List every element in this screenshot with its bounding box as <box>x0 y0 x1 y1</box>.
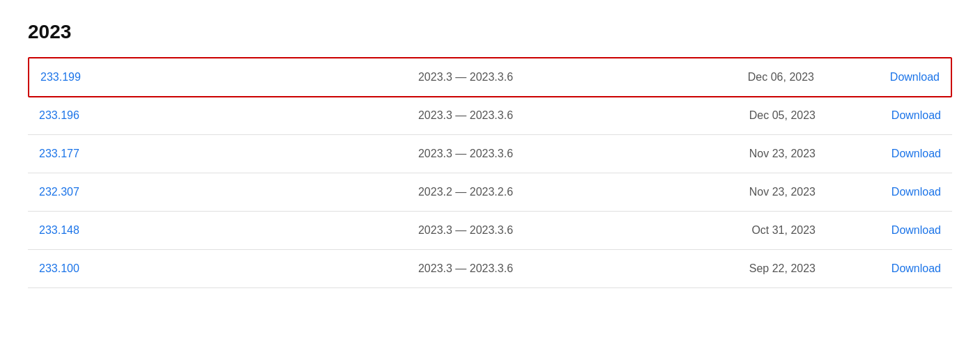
download-button[interactable]: Download <box>891 148 941 159</box>
table-row: 233.148 2023.3 — 2023.3.6 Oct 31, 2023 D… <box>28 212 952 250</box>
version-cell: 233.196 <box>39 109 248 122</box>
date-text: Nov 23, 2023 <box>749 186 816 198</box>
version-cell: 233.148 <box>39 224 248 237</box>
range-cell: 2023.2 — 2023.2.6 <box>248 186 683 198</box>
version-link[interactable]: 232.307 <box>39 186 79 198</box>
table-row: 233.196 2023.3 — 2023.3.6 Dec 05, 2023 D… <box>28 97 952 135</box>
date-cell: Nov 23, 2023 <box>683 148 857 160</box>
table-row: 233.177 2023.3 — 2023.3.6 Nov 23, 2023 D… <box>28 135 952 173</box>
range-cell: 2023.3 — 2023.3.6 <box>250 71 682 84</box>
action-cell: Download <box>857 148 941 160</box>
table-row: 232.307 2023.2 — 2023.2.6 Nov 23, 2023 D… <box>28 173 952 212</box>
range-text: 2023.3 — 2023.3.6 <box>418 148 513 159</box>
version-link[interactable]: 233.196 <box>39 109 79 121</box>
download-button[interactable]: Download <box>891 186 941 198</box>
range-cell: 2023.3 — 2023.3.6 <box>248 109 683 122</box>
range-cell: 2023.3 — 2023.3.6 <box>248 262 683 275</box>
range-text: 2023.3 — 2023.3.6 <box>418 71 513 83</box>
action-cell: Download <box>856 71 940 84</box>
version-cell: 233.100 <box>39 262 248 275</box>
range-text: 2023.2 — 2023.2.6 <box>418 186 513 198</box>
action-cell: Download <box>857 109 941 122</box>
action-cell: Download <box>857 186 941 198</box>
date-text: Nov 23, 2023 <box>749 148 816 159</box>
range-text: 2023.3 — 2023.3.6 <box>418 109 513 121</box>
date-cell: Dec 05, 2023 <box>683 109 857 122</box>
range-cell: 2023.3 — 2023.3.6 <box>248 224 683 237</box>
date-cell: Oct 31, 2023 <box>683 224 857 237</box>
version-link[interactable]: 233.199 <box>40 71 81 83</box>
releases-table: 233.199 2023.3 — 2023.3.6 Dec 06, 2023 D… <box>28 57 952 288</box>
range-text: 2023.3 — 2023.3.6 <box>418 262 513 274</box>
date-cell: Dec 06, 2023 <box>682 71 856 84</box>
version-cell: 233.199 <box>40 71 250 84</box>
action-cell: Download <box>857 262 941 275</box>
table-row: 233.100 2023.3 — 2023.3.6 Sep 22, 2023 D… <box>28 250 952 288</box>
download-button[interactable]: Download <box>891 262 941 274</box>
version-cell: 233.177 <box>39 148 248 160</box>
date-text: Dec 06, 2023 <box>748 71 814 83</box>
download-button[interactable]: Download <box>891 109 941 121</box>
range-text: 2023.3 — 2023.3.6 <box>418 224 513 236</box>
year-heading: 2023 <box>28 21 952 43</box>
date-text: Sep 22, 2023 <box>749 262 816 274</box>
version-link[interactable]: 233.100 <box>39 262 79 274</box>
version-cell: 232.307 <box>39 186 248 198</box>
date-text: Dec 05, 2023 <box>749 109 816 121</box>
table-row: 233.199 2023.3 — 2023.3.6 Dec 06, 2023 D… <box>28 57 952 97</box>
download-button[interactable]: Download <box>890 71 940 83</box>
date-cell: Nov 23, 2023 <box>683 186 857 198</box>
download-button[interactable]: Download <box>891 224 941 236</box>
version-link[interactable]: 233.177 <box>39 148 79 159</box>
version-link[interactable]: 233.148 <box>39 224 79 236</box>
date-text: Oct 31, 2023 <box>751 224 816 236</box>
range-cell: 2023.3 — 2023.3.6 <box>248 148 683 160</box>
date-cell: Sep 22, 2023 <box>683 262 857 275</box>
action-cell: Download <box>857 224 941 237</box>
